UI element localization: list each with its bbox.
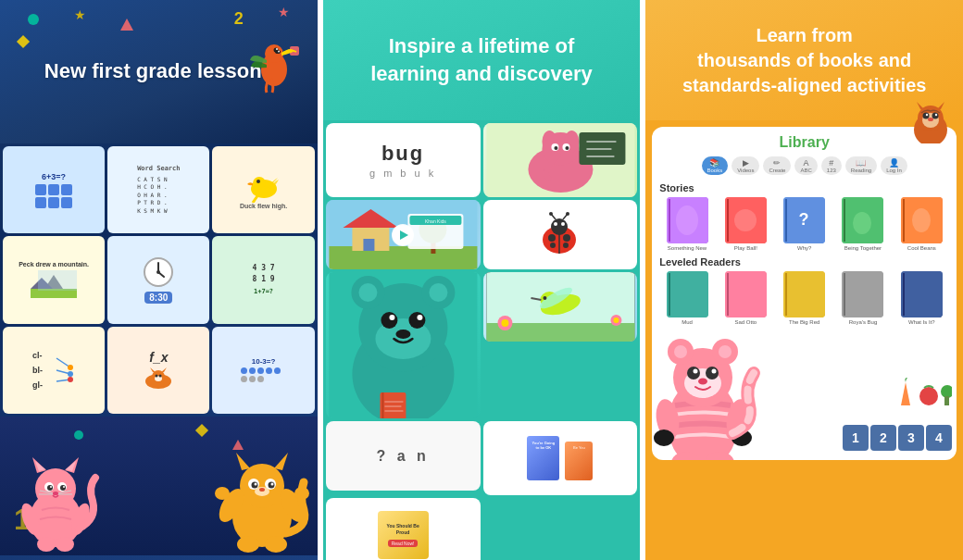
num-tile-1: 1 [843, 425, 869, 451]
num-icon: # [829, 158, 833, 168]
word-quiz-text: ? a n [376, 448, 429, 465]
numbers-grid: 4 3 7 8 1 9 1+7=? [253, 263, 275, 297]
svg-point-178 [706, 367, 719, 380]
svg-point-96 [550, 243, 556, 248]
svg-point-173 [674, 345, 687, 358]
svg-point-179 [694, 369, 698, 374]
svg-point-143 [935, 114, 937, 116]
svg-point-16 [156, 270, 160, 274]
svg-point-31 [35, 468, 76, 509]
svg-point-177 [687, 367, 700, 380]
book-cover-svg-10 [901, 271, 943, 317]
tab-create-label: Create [769, 168, 785, 173]
svg-rect-152 [785, 199, 787, 242]
word-bug: bug [381, 142, 424, 166]
book-cover-svg-2 [725, 197, 767, 243]
tab-123[interactable]: # 123 [821, 156, 842, 175]
book-cover-svg-5 [901, 197, 943, 243]
lesson-card-phonics: cl- bl- gl- [3, 327, 105, 414]
book-title-play-ball: Play Ball! [734, 245, 757, 251]
ladybug-svg [534, 212, 585, 258]
word-letters: g m b u k [369, 168, 436, 179]
svg-point-116 [417, 315, 422, 320]
library-title: Library [659, 134, 949, 151]
svg-point-104 [566, 212, 569, 216]
play-button[interactable] [392, 224, 414, 246]
panel1-characters: 1 3 [0, 417, 318, 555]
content-card-word-quiz: ? a n [326, 421, 481, 491]
svg-rect-86 [363, 239, 374, 251]
book-item-what-is-it: What Is It? [894, 271, 949, 325]
yellow-cat-character [211, 445, 313, 555]
read-now-button[interactable]: Read Now! [388, 540, 419, 547]
lesson-card-duck: Duck flew high. [212, 146, 314, 233]
svg-point-184 [654, 429, 674, 446]
svg-rect-155 [844, 199, 845, 242]
svg-point-115 [389, 315, 394, 320]
tab-abc-label: ABC [800, 168, 811, 173]
content-card-scene: Khan Kids [326, 200, 481, 269]
svg-point-38 [47, 485, 53, 491]
svg-rect-158 [903, 199, 905, 242]
stories-section-title: Stories [659, 182, 949, 193]
svg-point-42 [53, 492, 58, 495]
book-title-big-red: The Big Red [789, 319, 819, 325]
svg-rect-165 [785, 273, 787, 316]
reading-icon: 📖 [856, 158, 866, 168]
svg-point-41 [63, 486, 65, 488]
raccoon-peek-top [907, 102, 954, 147]
panel2-title: Inspire a lifetime of learning and disco… [352, 32, 611, 87]
svg-point-97 [563, 243, 569, 248]
book-cover-svg-4 [842, 197, 883, 243]
svg-point-68 [265, 536, 287, 553]
svg-point-130 [543, 296, 546, 300]
panel-inspire: Inspire a lifetime of learning and disco… [323, 0, 641, 560]
content-card-bug-word: bug g m b u k [326, 123, 481, 197]
svg-point-1 [265, 44, 283, 63]
pink-cat-character [14, 450, 97, 555]
library-panel: Library 📚 Books ▶ Videos ✏ Create A ABC [652, 127, 957, 460]
tab-books[interactable]: 📚 Books [702, 156, 729, 175]
panel2-hero: Inspire a lifetime of learning and disco… [323, 0, 641, 120]
hummingbird-scene-svg [483, 272, 638, 342]
tab-reading[interactable]: 📖 Reading [845, 156, 877, 175]
book-content-preview: You Should Be Proud [381, 523, 425, 536]
tab-login[interactable]: 👤 Log In [881, 156, 907, 175]
svg-point-103 [549, 212, 553, 216]
svg-rect-162 [725, 271, 767, 317]
tab-videos[interactable]: ▶ Videos [732, 156, 759, 175]
svg-point-46 [56, 537, 74, 552]
svg-point-5 [276, 48, 278, 50]
panel3-title: Learn from thousands of books and standa… [669, 23, 940, 98]
svg-point-175 [719, 345, 732, 358]
book-title-why: Why? [797, 245, 811, 251]
svg-rect-149 [727, 199, 729, 242]
duck-svg [245, 170, 282, 203]
svg-point-140 [923, 113, 930, 119]
panel1-hero: ★ 2 ★ New first grade lessons [0, 0, 318, 143]
books-icon: 📚 [709, 158, 719, 168]
svg-point-21 [68, 371, 73, 377]
book-title-2: Be You [567, 445, 591, 450]
svg-point-111 [429, 283, 447, 302]
content-card-pink-elephant [483, 123, 638, 197]
svg-rect-118 [380, 392, 406, 418]
svg-point-181 [698, 379, 707, 385]
food-decorations [896, 378, 952, 423]
svg-point-94 [548, 234, 556, 242]
svg-point-142 [926, 114, 928, 116]
svg-point-144 [928, 118, 933, 121]
svg-marker-25 [150, 367, 156, 373]
elephant-svg [483, 123, 638, 197]
tab-abc[interactable]: A ABC [794, 156, 817, 175]
book-item-mud: Mud [659, 271, 714, 325]
book-title-1: You're Going to be OK [530, 441, 557, 450]
book-title-cool-beans: Cool Beans [907, 245, 936, 251]
panel2-content-grid: bug g m b u k [323, 120, 641, 560]
tab-create[interactable]: ✏ Create [763, 156, 791, 175]
book-item-sad-otto: Sad Otto [719, 271, 773, 325]
svg-point-39 [60, 485, 66, 491]
lesson-card-numbers: 4 3 7 8 1 9 1+7=? [212, 236, 314, 323]
svg-point-113 [381, 312, 397, 329]
tab-login-label: Log In [886, 168, 902, 173]
